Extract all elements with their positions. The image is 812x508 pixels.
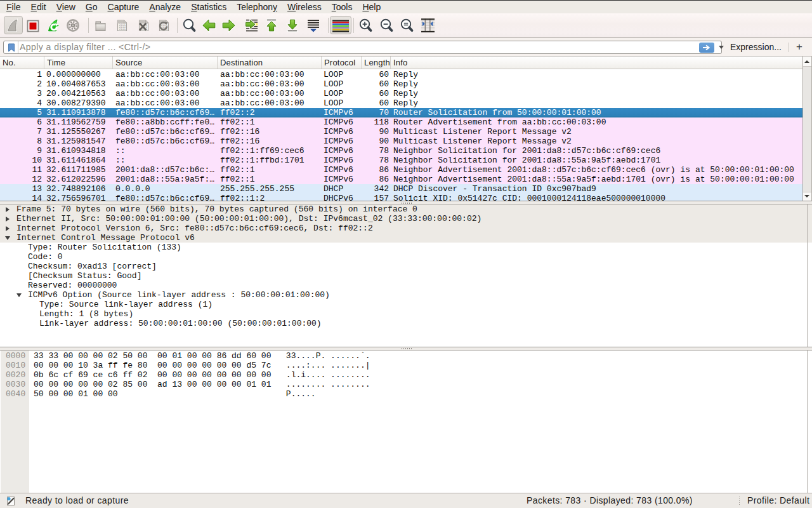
svg-text:0111: 0111	[119, 27, 126, 30]
